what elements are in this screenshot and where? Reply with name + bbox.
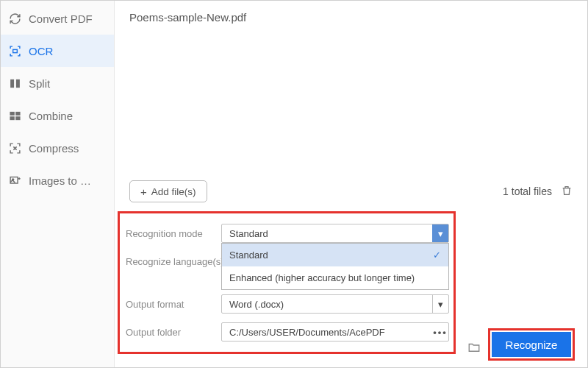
sidebar-item-split[interactable]: Split (1, 67, 114, 99)
svg-rect-2 (15, 79, 19, 87)
sidebar-item-compress[interactable]: Compress (1, 132, 114, 164)
sidebar-item-label: Convert PDF (29, 13, 93, 25)
recognition-mode-value: Standard (229, 228, 268, 239)
more-icon[interactable]: ••• (432, 323, 448, 341)
chevron-down-icon: ▾ (432, 295, 448, 313)
add-bar: + Add file(s) 1 total files (115, 180, 587, 211)
sidebar-item-combine[interactable]: Combine (1, 99, 114, 132)
convert-icon (8, 12, 21, 25)
ocr-icon (8, 44, 21, 57)
label-output-folder: Output folder (126, 327, 221, 338)
row-recognition-mode: Recognition mode Standard ▾ Standard ✓ (126, 221, 449, 246)
label-recognize-language: Recognize language(s) (126, 256, 224, 267)
recognize-label: Recognize (506, 339, 558, 351)
settings-highlight-box: Recognition mode Standard ▾ Standard ✓ (118, 211, 456, 354)
label-output-format: Output format (126, 299, 221, 310)
sidebar-item-label: Combine (29, 110, 73, 122)
compress-icon (8, 141, 21, 155)
svg-rect-3 (10, 111, 14, 115)
trash-icon[interactable] (561, 185, 573, 199)
combine-icon (8, 109, 21, 122)
dropdown-option-enhanced[interactable]: Enhanced (higher accuracy but longer tim… (222, 266, 448, 289)
output-format-value: Word (.docx) (229, 299, 284, 310)
dropdown-option-label: Enhanced (higher accuracy but longer tim… (229, 272, 415, 283)
add-files-button[interactable]: + Add file(s) (129, 180, 207, 202)
recognition-mode-dropdown: Standard ✓ Enhanced (higher accuracy but… (221, 243, 449, 290)
sidebar-item-label: Images to … (29, 174, 91, 187)
svg-rect-0 (12, 49, 17, 52)
sidebar-item-ocr[interactable]: OCR (1, 35, 114, 67)
svg-rect-5 (10, 116, 14, 120)
label-recognition-mode: Recognition mode (126, 228, 221, 239)
recognize-button-wrap: Recognize (492, 332, 571, 357)
recognition-mode-select[interactable]: Standard ▾ (221, 224, 449, 243)
file-name: Poems-sample-New.pdf (129, 11, 246, 24)
output-format-select[interactable]: Word (.docx) ▾ (221, 294, 449, 314)
sidebar-item-label: Split (29, 77, 50, 90)
row-output-format: Output format Word (.docx) ▾ (126, 291, 449, 316)
svg-rect-6 (15, 116, 20, 120)
sidebar-item-label: OCR (29, 45, 53, 57)
split-icon (8, 77, 21, 90)
app-frame: Convert PDF OCR Split Combine Compress (0, 0, 588, 368)
dropdown-option-standard[interactable]: Standard ✓ (222, 244, 448, 266)
dropdown-option-label: Standard (229, 250, 268, 261)
row-output-folder: Output folder C:/Users/USER/Documents/Ac… (126, 319, 449, 344)
sidebar: Convert PDF OCR Split Combine Compress (1, 1, 115, 367)
file-list-area: Poems-sample-New.pdf (115, 1, 587, 180)
sidebar-item-images-to[interactable]: Images to … (1, 164, 114, 197)
open-folder-icon[interactable] (467, 341, 481, 357)
svg-rect-1 (10, 79, 14, 87)
chevron-down-icon: ▾ (432, 224, 448, 242)
output-folder-value: C:/Users/USER/Documents/AcePDF (229, 327, 385, 338)
add-files-label: Add file(s) (151, 186, 196, 197)
output-folder-input[interactable]: C:/Users/USER/Documents/AcePDF ••• (221, 322, 449, 342)
check-icon: ✓ (433, 250, 441, 261)
images-to-icon (8, 174, 21, 187)
sidebar-item-convert-pdf[interactable]: Convert PDF (1, 2, 114, 35)
sidebar-item-label: Compress (29, 142, 79, 155)
file-count-label: 1 total files (503, 185, 552, 197)
plus-icon: + (140, 186, 147, 197)
file-count-bar: 1 total files (503, 185, 573, 199)
recognize-button[interactable]: Recognize (492, 332, 571, 357)
svg-rect-4 (15, 111, 20, 115)
main-panel: Poems-sample-New.pdf + Add file(s) 1 tot… (115, 1, 587, 367)
